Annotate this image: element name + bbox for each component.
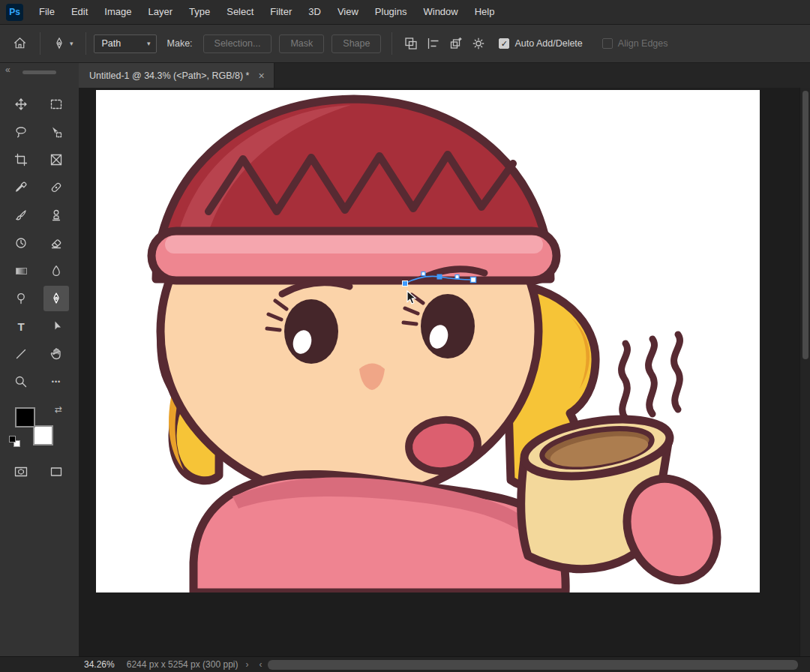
tool-mode-value: Path bbox=[102, 38, 122, 49]
eyedropper-icon bbox=[14, 181, 28, 194]
mouth bbox=[406, 416, 481, 474]
menu-view[interactable]: View bbox=[329, 0, 367, 24]
lasso-tool-button[interactable] bbox=[8, 119, 34, 145]
options-separator bbox=[392, 32, 392, 55]
make-label: Make: bbox=[167, 38, 193, 49]
align-edges-label: Align Edges bbox=[618, 38, 668, 49]
horizontal-scrollbar[interactable] bbox=[262, 657, 808, 672]
blur-tool-button[interactable] bbox=[44, 258, 69, 284]
type-icon: T bbox=[17, 320, 24, 333]
canvas-pasteboard[interactable] bbox=[79, 88, 800, 656]
options-bar: ▾ Path ▾ Make: Selection... Mask Shape ✓… bbox=[0, 25, 810, 63]
path-arrangement-button[interactable] bbox=[445, 31, 467, 56]
check-icon: ✓ bbox=[501, 40, 508, 48]
eyedropper-tool-button[interactable] bbox=[8, 175, 34, 200]
default-colors-icon[interactable] bbox=[9, 436, 21, 448]
options-separator bbox=[40, 32, 40, 55]
brush-tool-button[interactable] bbox=[8, 202, 34, 228]
gradient-tool-button[interactable] bbox=[8, 258, 34, 284]
menu-window[interactable]: Window bbox=[415, 0, 466, 24]
hand-tool-button[interactable] bbox=[44, 341, 69, 367]
healing-brush-tool-button[interactable] bbox=[44, 175, 69, 200]
zoom-tool-button[interactable] bbox=[8, 369, 34, 394]
frame-tool-button[interactable] bbox=[44, 147, 69, 172]
object-selection-tool-button[interactable] bbox=[44, 119, 69, 145]
pen-options-button[interactable] bbox=[467, 31, 490, 56]
auto-add-delete-label: Auto Add/Delete bbox=[514, 38, 582, 49]
make-selection-button[interactable]: Selection... bbox=[203, 34, 272, 53]
move-tool-button[interactable] bbox=[8, 92, 34, 117]
path-alignment-icon bbox=[427, 37, 440, 50]
pen-tool-button[interactable] bbox=[44, 286, 69, 311]
eraser-tool-button[interactable] bbox=[44, 230, 69, 256]
home-button[interactable] bbox=[8, 31, 32, 56]
hand-icon bbox=[50, 347, 63, 361]
quick-mask-icon bbox=[14, 465, 28, 478]
path-selection-tool-button[interactable] bbox=[44, 314, 69, 339]
path-selection-icon bbox=[50, 320, 63, 333]
default-foreground-mini bbox=[9, 436, 16, 442]
history-brush-tool-button[interactable] bbox=[8, 230, 34, 256]
type-tool-button[interactable]: T bbox=[8, 314, 34, 339]
align-edges-checkbox[interactable] bbox=[602, 38, 613, 49]
foreground-color-swatch[interactable] bbox=[15, 407, 35, 428]
crop-tool-button[interactable] bbox=[8, 147, 34, 172]
document-tab[interactable]: Untitled-1 @ 34.3% (<Path>, RGB/8) * × bbox=[79, 63, 274, 88]
menu-plugins[interactable]: Plugins bbox=[367, 0, 416, 24]
chevron-down-icon: ▾ bbox=[147, 40, 151, 47]
make-shape-button[interactable]: Shape bbox=[332, 34, 381, 53]
document-info: 6244 px x 5254 px (300 ppi) bbox=[127, 659, 238, 670]
marquee-icon bbox=[50, 98, 63, 111]
toolbar-grip[interactable] bbox=[22, 70, 56, 74]
menu-image[interactable]: Image bbox=[96, 0, 140, 24]
menu-layer[interactable]: Layer bbox=[140, 0, 182, 24]
path-anchor bbox=[471, 278, 476, 283]
auto-add-delete-checkbox[interactable]: ✓ bbox=[499, 38, 509, 49]
path-operations-button[interactable] bbox=[400, 31, 422, 56]
artboard[interactable] bbox=[96, 90, 760, 592]
vertical-scrollbar-thumb[interactable] bbox=[802, 91, 808, 359]
make-mask-button[interactable]: Mask bbox=[279, 34, 324, 53]
edit-toolbar-button[interactable]: ••• bbox=[44, 369, 69, 394]
tool-preset-button[interactable]: ▾ bbox=[48, 31, 78, 56]
lasso-icon bbox=[14, 125, 28, 139]
beanie-hat bbox=[152, 99, 556, 280]
tab-close-icon[interactable]: × bbox=[258, 70, 264, 82]
screen-mode-button[interactable] bbox=[44, 459, 69, 484]
crop-icon bbox=[14, 153, 28, 166]
horizontal-scrollbar-thumb[interactable] bbox=[268, 660, 798, 670]
brush-icon bbox=[14, 208, 28, 222]
path-handle-point bbox=[422, 272, 425, 276]
document-tab-title: Untitled-1 @ 34.3% (<Path>, RGB/8) * bbox=[89, 70, 249, 81]
swap-colors-icon[interactable]: ⇄ bbox=[55, 404, 62, 415]
menu-file[interactable]: File bbox=[31, 0, 63, 24]
status-expand-icon[interactable]: › bbox=[245, 659, 248, 670]
zoom-level-field[interactable]: 34.26% bbox=[84, 659, 115, 670]
path-anchor bbox=[437, 274, 442, 280]
menu-select[interactable]: Select bbox=[218, 0, 262, 24]
marquee-tool-button[interactable] bbox=[44, 92, 69, 117]
collapse-toolbar-icon[interactable]: « bbox=[5, 64, 10, 75]
scarf bbox=[194, 474, 566, 592]
menu-help[interactable]: Help bbox=[466, 0, 503, 24]
menu-3d[interactable]: 3D bbox=[300, 0, 329, 24]
path-handle-point bbox=[455, 275, 459, 279]
menu-edit[interactable]: Edit bbox=[63, 0, 96, 24]
menu-filter[interactable]: Filter bbox=[262, 0, 300, 24]
line-tool-button[interactable] bbox=[8, 341, 34, 367]
menu-type[interactable]: Type bbox=[181, 0, 218, 24]
vertical-scrollbar[interactable] bbox=[800, 88, 810, 656]
path-alignment-button[interactable] bbox=[422, 31, 445, 56]
steam bbox=[622, 334, 680, 418]
canvas-illustration bbox=[96, 90, 760, 592]
line-icon bbox=[14, 347, 28, 361]
quick-mask-button[interactable] bbox=[8, 459, 34, 484]
tool-mode-dropdown[interactable]: Path ▾ bbox=[94, 34, 157, 53]
eraser-icon bbox=[50, 236, 63, 250]
pen-icon bbox=[52, 37, 66, 50]
toolbar: « bbox=[0, 63, 79, 656]
clone-stamp-icon bbox=[50, 208, 63, 222]
clone-stamp-tool-button[interactable] bbox=[44, 202, 69, 228]
background-color-swatch[interactable] bbox=[33, 425, 53, 446]
dodge-tool-button[interactable] bbox=[8, 286, 34, 311]
